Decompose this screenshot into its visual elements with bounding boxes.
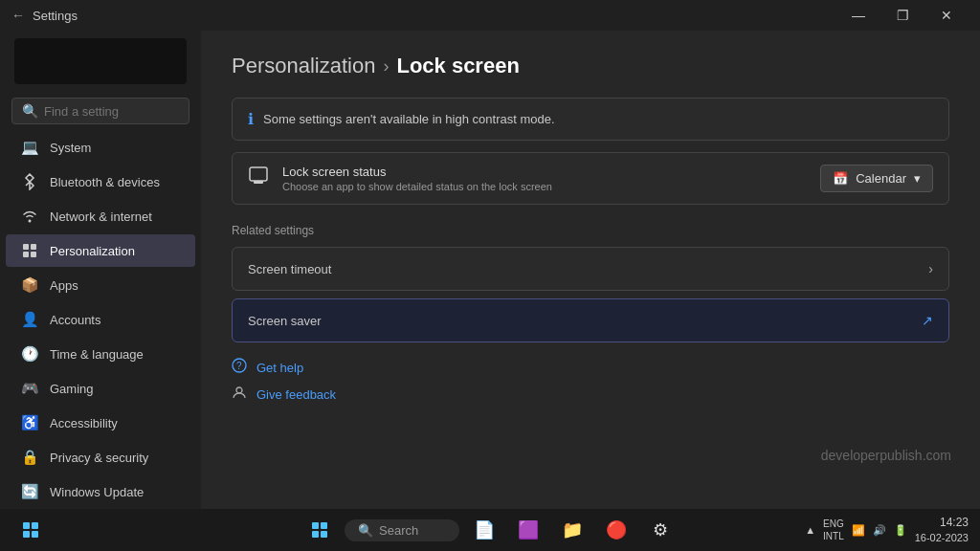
related-settings-section: Related settings Screen timeout › Screen… [232, 224, 949, 342]
get-help-label: Get help [256, 361, 303, 375]
accounts-icon: 👤 [21, 311, 38, 328]
taskbar-clock[interactable]: 14:23 16-02-2023 [915, 515, 969, 545]
sidebar-item-label: System [50, 141, 91, 155]
get-help-icon: ? [232, 358, 247, 377]
breadcrumb-parent[interactable]: Personalization [232, 54, 375, 78]
breadcrumb-current: Lock screen [396, 54, 519, 78]
minimize-button[interactable]: — [836, 0, 880, 31]
sidebar-item-update[interactable]: 🔄 Windows Update [6, 475, 195, 508]
apps-icon: 📦 [21, 276, 38, 294]
svg-rect-3 [31, 252, 36, 257]
svg-rect-10 [32, 522, 38, 529]
search-input[interactable] [44, 104, 201, 119]
breadcrumb: Personalization › Lock screen [232, 54, 949, 78]
screen-timeout-label: Screen timeout [248, 262, 331, 276]
svg-rect-0 [23, 244, 29, 250]
related-settings-title: Related settings [232, 224, 949, 237]
taskbar-settings-button[interactable]: ⚙ [641, 513, 679, 547]
sidebar-item-label: Accounts [50, 313, 100, 327]
sidebar-item-personalization[interactable]: Personalization [6, 234, 195, 267]
privacy-icon: 🔒 [21, 449, 38, 466]
calendar-icon: 📅 [833, 171, 848, 186]
close-button[interactable]: ✕ [924, 0, 969, 31]
svg-rect-13 [312, 522, 319, 529]
dropdown-label: Calendar [856, 171, 906, 186]
clock-time: 14:23 [915, 515, 969, 531]
sidebar-item-label: Time & language [50, 347, 144, 362]
get-help-link[interactable]: ? Get help [232, 358, 949, 377]
start-center-button[interactable] [301, 513, 339, 547]
sidebar-item-label: Privacy & security [50, 451, 148, 465]
give-feedback-icon [232, 385, 247, 404]
taskbar-files-button[interactable]: 📄 [465, 513, 503, 547]
info-banner: ℹ Some settings aren't available in high… [232, 98, 949, 141]
svg-rect-12 [32, 531, 38, 538]
sound-icon: 🔊 [873, 524, 886, 537]
sidebar-item-time[interactable]: 🕐 Time & language [6, 338, 195, 370]
time-icon: 🕐 [21, 345, 38, 363]
sidebar-item-network[interactable]: Network & internet [6, 200, 195, 232]
svg-rect-2 [23, 252, 29, 257]
taskbar-folder-button[interactable]: 📁 [553, 513, 591, 547]
language-block: ENG INTL [823, 518, 844, 542]
svg-rect-11 [23, 531, 30, 538]
svg-rect-4 [250, 167, 267, 181]
screen-saver-item[interactable]: Screen saver ↗ [232, 298, 949, 342]
system-icon: 💻 [21, 139, 38, 156]
title-bar-title: Settings [33, 9, 78, 23]
lock-screen-status-title: Lock screen status [282, 165, 552, 179]
screen-saver-label: Screen saver [248, 314, 322, 328]
sidebar-item-label: Network & internet [50, 209, 152, 224]
svg-point-8 [236, 387, 242, 393]
svg-rect-15 [312, 531, 319, 538]
lock-screen-status-desc: Choose an app to show detailed status on… [282, 181, 552, 192]
content-area: Personalization › Lock screen ℹ Some set… [201, 31, 980, 509]
taskbar-search[interactable]: 🔍 Search [345, 519, 459, 541]
give-feedback-label: Give feedback [256, 387, 336, 402]
sidebar-item-gaming[interactable]: 🎮 Gaming [6, 372, 195, 405]
sidebar: 🔍 💻 System Bluetooth & devices Network &… [0, 31, 201, 509]
restore-button[interactable]: ❐ [880, 0, 924, 31]
sidebar-item-label: Gaming [50, 382, 94, 396]
calendar-dropdown[interactable]: 📅 Calendar ▾ [820, 165, 933, 192]
sidebar-item-system[interactable]: 💻 System [6, 131, 195, 164]
sidebar-item-apps[interactable]: 📦 Apps [6, 269, 195, 301]
sidebar-item-label: Accessibility [50, 416, 118, 430]
info-icon: ℹ [248, 110, 254, 128]
sidebar-item-label: Apps [50, 278, 78, 293]
taskbar-search-icon: 🔍 [358, 523, 373, 538]
bluetooth-icon [21, 173, 38, 190]
back-icon[interactable]: ← [11, 8, 25, 23]
network-icon [21, 208, 38, 225]
svg-rect-14 [321, 522, 327, 529]
info-banner-text: Some settings aren't available in high c… [263, 112, 555, 126]
search-box[interactable]: 🔍 [11, 98, 189, 124]
sidebar-item-bluetooth[interactable]: Bluetooth & devices [6, 165, 195, 198]
search-icon: 🔍 [22, 103, 38, 119]
sidebar-item-accounts[interactable]: 👤 Accounts [6, 303, 195, 336]
clock-date: 16-02-2023 [915, 531, 969, 545]
taskbar-app1-button[interactable]: 🟪 [509, 513, 547, 547]
chevron-right-icon: › [928, 261, 933, 276]
svg-text:?: ? [236, 361, 242, 371]
breadcrumb-separator: › [383, 56, 389, 77]
sidebar-item-accessibility[interactable]: ♿ Accessibility [6, 407, 195, 439]
screen-timeout-item[interactable]: Screen timeout › [232, 247, 949, 291]
accessibility-icon: ♿ [21, 414, 38, 431]
dropdown-arrow: ▾ [914, 171, 921, 186]
gaming-icon: 🎮 [21, 380, 38, 397]
title-bar: ← Settings — ❐ ✕ [0, 0, 980, 31]
svg-rect-16 [321, 531, 327, 538]
update-icon: 🔄 [21, 483, 38, 500]
taskbar-search-label: Search [379, 523, 418, 538]
lock-screen-status-icon [248, 165, 269, 191]
sidebar-item-label: Bluetooth & devices [50, 175, 160, 189]
sidebar-item-label: Windows Update [50, 485, 144, 499]
svg-rect-9 [23, 522, 30, 529]
svg-rect-5 [254, 181, 263, 184]
start-button[interactable] [11, 513, 50, 547]
taskbar-browser-button[interactable]: 🔴 [597, 513, 635, 547]
give-feedback-link[interactable]: Give feedback [232, 385, 949, 404]
sidebar-item-privacy[interactable]: 🔒 Privacy & security [6, 441, 195, 474]
taskbar-chevron-icon[interactable]: ▲ [805, 524, 815, 536]
